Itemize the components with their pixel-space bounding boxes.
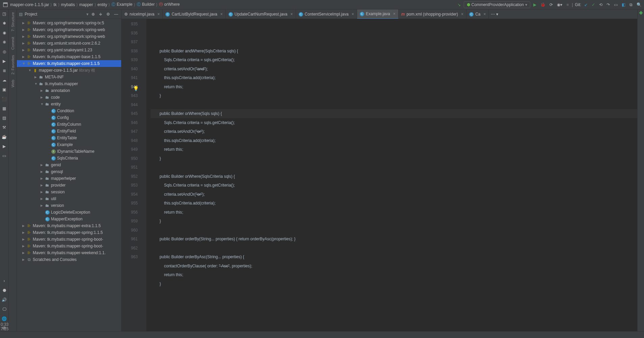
breadcrumb-item[interactable]: Ⓒ Builder (136, 2, 155, 7)
breadcrumb-item[interactable]: Ⓒ Example (111, 2, 133, 7)
editor-tab[interactable]: CContentServiceImpl.java× (296, 9, 357, 19)
console-icon[interactable]: ▤ (1, 115, 7, 121)
close-icon[interactable]: × (157, 12, 160, 17)
tree-arrow-icon[interactable]: ▶ (22, 231, 26, 234)
tree-node[interactable]: ▶⊪Maven: tk.mybatis:mapper-spring-boot- (17, 236, 121, 243)
project-label[interactable]: Project (25, 12, 84, 17)
tree-node[interactable]: ▶🖿gensql (17, 168, 121, 175)
tree-node[interactable]: CExample (17, 141, 121, 148)
code-line[interactable]: return this; (151, 270, 637, 280)
tree-arrow-icon[interactable]: ▶ (22, 48, 26, 52)
tree-arrow-icon[interactable]: ▶ (22, 28, 26, 31)
editor-tab[interactable]: ⚙rviceImpl.java× (122, 9, 163, 19)
editor-tab[interactable]: mpom.xml (shopping-provider)× (399, 9, 466, 19)
terminal-icon[interactable]: ▣ (1, 87, 7, 93)
code-line[interactable]: criteria.setAndOr("or"); (151, 190, 637, 199)
project-icon[interactable] (2, 2, 8, 8)
tree-node[interactable]: ▶🖿util (17, 195, 121, 202)
code-line[interactable]: criteria.setAndOr("or"); (151, 127, 637, 136)
code-line[interactable]: Sqls.Criteria criteria = sqls.getCriteri… (151, 118, 637, 127)
globe-icon[interactable]: 🌐 (1, 316, 7, 322)
run-icon[interactable]: ▶ (1, 143, 7, 149)
code-line[interactable]: public Builder orWhere(SqlsCriteria sqls… (151, 172, 637, 181)
chevron-right-icon[interactable]: › (1, 278, 7, 284)
tree-arrow-icon[interactable]: ▶ (41, 197, 45, 200)
tree-arrow-icon[interactable]: ▶ (22, 251, 26, 255)
tree-node[interactable]: ▶⊪Maven: tk.mybatis:mapper-extra:1.1.5 (17, 222, 121, 229)
tree-arrow-icon[interactable]: ▶ (41, 177, 45, 180)
tree-arrow-icon[interactable]: ▶ (41, 184, 45, 187)
bug-icon[interactable]: ✱ (1, 20, 7, 26)
close-icon[interactable]: × (352, 12, 354, 17)
tree-node[interactable]: ▶🖿genid (17, 162, 121, 168)
code-line[interactable]: criteria.setAndOr("and"); (151, 65, 637, 74)
build-icon[interactable]: ⚒ (1, 124, 7, 130)
tree-node[interactable]: ▶⊪Maven: tk.mybatis:mapper-base:1.1.5 (17, 53, 121, 60)
tree-arrow-icon[interactable]: ▶ (22, 55, 26, 58)
debug-icon[interactable]: 🐞 (539, 2, 546, 7)
close-icon[interactable]: × (291, 12, 293, 17)
tree-node[interactable]: IIDynamicTableName (17, 148, 121, 155)
tree-node[interactable]: ▶🖿META-INF (17, 74, 121, 80)
tree-arrow-icon[interactable]: ▶ (22, 35, 26, 38)
view-mode-dropdown[interactable]: ▾ (86, 12, 88, 17)
tree-node[interactable]: CLogicDeleteException (17, 209, 121, 216)
tree-arrow-icon[interactable]: ▶ (41, 204, 45, 207)
breadcrumb-item[interactable]: mapper (79, 2, 94, 7)
profiler-icon[interactable]: ◉▾ (556, 2, 563, 7)
tool-tab-favorites[interactable]: 2: Favorites (9, 52, 17, 77)
breadcrumb-item[interactable]: mybatis (60, 2, 76, 7)
project-tree[interactable]: ▶⊪Maven: org.springframework:spring-tx:5… (17, 19, 121, 331)
breadcrumb-item[interactable]: ⓜ orWhere (158, 2, 180, 7)
git-commit-icon[interactable]: ✓ (591, 2, 596, 7)
code-editor[interactable]: 9359369379389399409419429439449459469479… (122, 19, 637, 331)
code-line[interactable]: } (151, 217, 637, 226)
stop-icon[interactable]: ■ (565, 2, 570, 7)
tree-node[interactable]: ▶🖿mapperhelper (17, 175, 121, 182)
editor-tab[interactable]: CCartListByIdRequest.java× (163, 9, 225, 19)
git-history-icon[interactable]: ⟲ (598, 2, 603, 7)
fold-column[interactable] (140, 19, 146, 331)
tree-node[interactable]: ▼🖿tk.mybatis.mapper (17, 80, 121, 87)
hide-icon[interactable]: — (113, 12, 119, 17)
shelf-icon[interactable]: ▭ (613, 2, 619, 7)
code-line[interactable]: return this; (151, 145, 637, 154)
tree-node[interactable]: ▼▮mapper-core-1.1.5.jarlibrary 根 (17, 67, 121, 74)
search-icon[interactable]: 🔍 (636, 2, 643, 7)
wechat-icon[interactable]: ◉ (1, 30, 7, 36)
chrome-icon[interactable]: ◎ (1, 49, 7, 55)
code-line[interactable] (151, 226, 637, 235)
tree-arrow-icon[interactable]: ▶ (22, 238, 26, 241)
tree-arrow-icon[interactable]: ▶ (22, 42, 26, 45)
close-icon[interactable]: × (461, 12, 463, 17)
code-line[interactable]: this.sqlsCriteria.add(criteria); (151, 136, 637, 145)
code-line[interactable]: Sqls.Criteria criteria = sqls.getCriteri… (151, 55, 637, 65)
run-configuration[interactable]: ⬢ CommentProviderApplication ▾ (464, 1, 530, 8)
tree-node[interactable]: CSqlsCriteria (17, 155, 121, 162)
breadcrumb-item[interactable]: mapper-core-1.1.5.jar (9, 2, 50, 7)
tree-node[interactable]: ▼🖿entity (17, 101, 121, 107)
code-line[interactable]: return this; (151, 208, 637, 217)
tool-tab-web[interactable]: Web (9, 77, 17, 90)
git-update-icon[interactable]: ↙ (583, 2, 589, 7)
tree-node[interactable]: CEntityTable (17, 135, 121, 141)
tree-arrow-icon[interactable]: ▼ (41, 102, 45, 106)
tree-node[interactable]: ▶🖿annotation (17, 87, 121, 94)
tree-node[interactable]: ▶🖿code (17, 94, 121, 101)
tree-node[interactable]: CEntityColumn (17, 121, 121, 128)
code-line[interactable]: contactOrderByClause( order: " Asc", pro… (151, 262, 637, 271)
tree-node[interactable]: ▶⊪Maven: org.springframework:spring-tx:5 (17, 20, 121, 26)
code-line[interactable]: public Builder andWhere(SqlsCriteria sql… (151, 47, 637, 56)
editor-tab[interactable]: CUpdateCartNumRequest.java× (226, 9, 296, 19)
git-revert-icon[interactable]: ↷ (606, 2, 611, 7)
tree-node[interactable]: ▶⧉Scratches and Consoles (17, 256, 121, 263)
intention-bulb-icon[interactable]: 💡 (133, 84, 139, 93)
code-line[interactable]: public Builder orWhere(Sqls sqls) { (151, 109, 637, 118)
tree-node[interactable]: ▶🖿version (17, 202, 121, 209)
tree-node[interactable]: CConfig (17, 114, 121, 121)
ij-icon[interactable]: ◳ (1, 11, 7, 17)
code-line[interactable]: } (151, 280, 637, 289)
editor-tab[interactable]: CCa× (466, 9, 489, 19)
pdf-icon[interactable]: ⬛ (1, 96, 7, 102)
tabs-overflow[interactable]: ⋯ ▾ (489, 12, 500, 17)
